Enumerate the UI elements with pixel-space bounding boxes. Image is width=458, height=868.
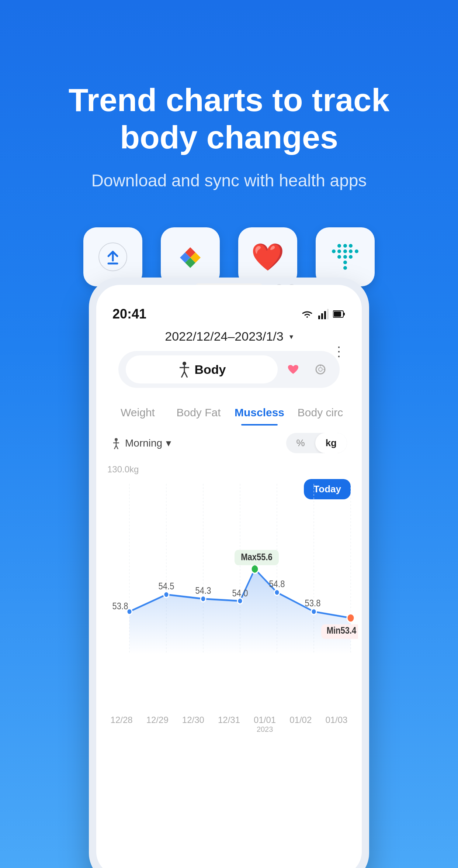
kg-unit-btn[interactable]: kg (315, 433, 347, 453)
sub-tabs: Weight Body Fat Muscless Body circ (96, 392, 362, 426)
x-label-1231: 12/31 (218, 715, 240, 734)
status-bar: 20:41 (96, 300, 362, 322)
status-icons (301, 309, 346, 319)
status-time: 20:41 (112, 306, 146, 322)
svg-text:Min53.4: Min53.4 (327, 625, 357, 636)
weight-tab[interactable]: Weight (107, 399, 168, 426)
morning-filter-icon (111, 437, 121, 449)
body-comp-tab[interactable] (309, 358, 332, 381)
heart-icon: ❤️ (251, 241, 284, 273)
x-label-0103: 01/03 (325, 715, 347, 734)
svg-rect-3 (324, 311, 326, 319)
more-options-button[interactable]: ⋮ (332, 344, 346, 359)
body-fat-tab[interactable]: Body Fat (168, 399, 229, 426)
body-circ-tab[interactable]: Body circ (290, 399, 351, 426)
x-label-1230: 12/30 (182, 715, 204, 734)
body-fat-tab-label: Body Fat (176, 406, 221, 418)
hero-title: Trend charts to track body changes (63, 81, 395, 156)
morning-label: Morning (125, 437, 162, 449)
svg-point-14 (319, 368, 322, 371)
svg-text:53.8: 53.8 (112, 601, 128, 612)
x-label-0101: 01/01 2023 (254, 715, 276, 734)
heart-metrics-tab[interactable] (281, 358, 305, 381)
body-tab[interactable]: Body (126, 355, 278, 383)
svg-point-37 (347, 614, 354, 622)
svg-point-31 (164, 592, 169, 597)
svg-line-21 (116, 445, 118, 449)
wifi-icon (301, 309, 314, 319)
percent-unit-btn[interactable]: % (286, 433, 315, 453)
x-axis-labels: 12/28 12/29 12/30 12/31 01/01 (100, 715, 358, 734)
y-axis-max-label: 130.0kg (107, 464, 139, 475)
category-tabs: Body (118, 351, 340, 388)
date-range-label: 2022/12/24–2023/1/3 (165, 329, 283, 344)
weight-tab-label: Weight (121, 406, 155, 418)
muscless-tab-label: Muscless (235, 406, 284, 418)
kg-label: kg (326, 437, 337, 448)
percent-label: % (296, 437, 305, 448)
body-circ-tab-label: Body circ (298, 406, 343, 418)
phone-frame: 20:41 (89, 278, 369, 868)
svg-point-33 (237, 598, 243, 604)
svg-text:54.8: 54.8 (269, 579, 285, 589)
svg-point-36 (311, 609, 316, 614)
phone-screen: 20:41 (96, 285, 362, 868)
svg-rect-6 (334, 311, 341, 317)
heart-tab-icon (287, 364, 299, 375)
battery-icon (333, 310, 346, 318)
phone-mockup: 20:41 (89, 278, 369, 868)
chart-svg: 53.8 54.5 54.3 54.0 54.8 53.8 Max55.6 (100, 475, 358, 697)
fitbit-icon (332, 244, 358, 270)
svg-point-17 (115, 438, 118, 441)
svg-line-20 (114, 445, 116, 449)
svg-rect-7 (343, 313, 345, 316)
svg-line-11 (181, 372, 184, 378)
x-label-0102: 01/02 (289, 715, 312, 734)
svg-text:54.5: 54.5 (159, 581, 174, 592)
svg-point-32 (201, 596, 206, 602)
google-fit-icon (176, 242, 205, 272)
svg-text:54.3: 54.3 (195, 585, 211, 596)
chart-controls: Morning ▾ % kg (96, 426, 362, 457)
x-label-1228: 12/28 (111, 715, 133, 734)
svg-text:54.0: 54.0 (232, 588, 248, 598)
svg-rect-1 (318, 316, 320, 319)
muscless-tab[interactable]: Muscless (229, 399, 290, 426)
svg-text:53.8: 53.8 (305, 598, 321, 609)
x-label-1229: 12/29 (146, 715, 169, 734)
svg-line-12 (184, 372, 187, 378)
body-figure-icon (178, 361, 191, 378)
upload-icon (98, 242, 128, 272)
svg-point-8 (183, 362, 186, 365)
morning-filter[interactable]: Morning ▾ (111, 437, 171, 449)
signal-icon (318, 309, 329, 319)
morning-dropdown-icon[interactable]: ▾ (166, 437, 171, 449)
date-header[interactable]: 2022/12/24–2023/1/3 ▾ (96, 322, 362, 351)
hero-subtitle: Download and sync with health apps (0, 170, 458, 190)
body-tab-label: Body (195, 362, 226, 377)
chart-svg-wrapper: 53.8 54.5 54.3 54.0 54.8 53.8 Max55.6 (100, 475, 358, 734)
chart-area: 130.0kg Today (96, 457, 362, 745)
svg-text:Max55.6: Max55.6 (241, 551, 273, 562)
date-dropdown-icon[interactable]: ▾ (289, 332, 293, 341)
category-tabs-container: Body (96, 351, 362, 392)
svg-rect-4 (327, 309, 329, 319)
svg-point-35 (274, 589, 280, 595)
body-comp-icon (315, 364, 326, 375)
unit-toggle: % kg (286, 433, 347, 453)
svg-rect-2 (321, 313, 323, 319)
